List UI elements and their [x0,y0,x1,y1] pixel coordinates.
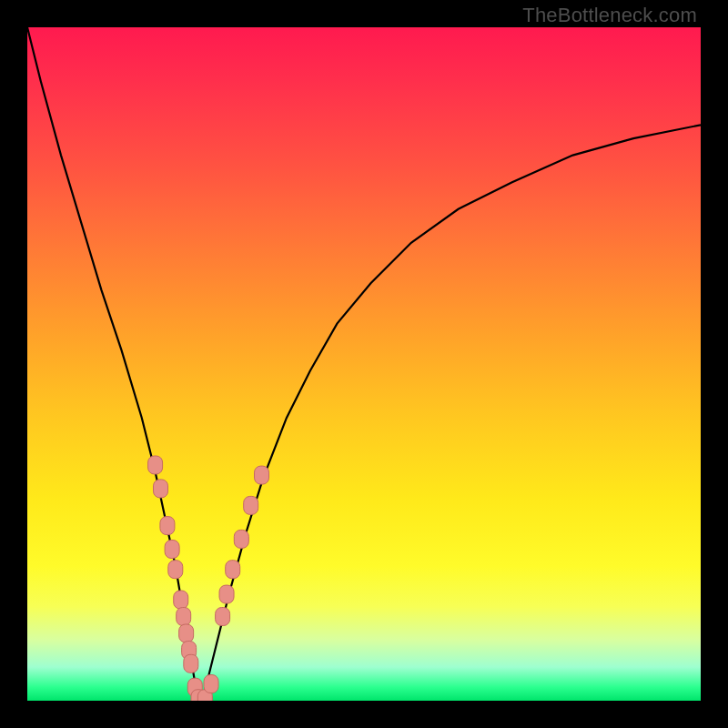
bottleneck-curve [27,27,701,701]
frame-border: TheBottleneck.com [0,0,728,728]
curve-marker [154,480,168,498]
watermark-text: TheBottleneck.com [522,4,697,27]
curve-marker [160,517,175,535]
curve-marker [148,456,163,474]
curve-marker [168,561,183,579]
bottleneck-chart [27,27,701,701]
curve-marker [204,675,218,693]
curve-marker [174,591,188,609]
curve-marker [219,585,234,603]
curve-marker [184,654,198,672]
curve-marker [226,561,240,579]
curve-marker [179,624,194,642]
plot-area [27,27,701,701]
curve-marker [234,530,248,548]
curve-marker [255,466,269,484]
curve-marker [216,608,230,626]
marker-group [148,456,269,701]
curve-marker [177,608,191,626]
curve-marker [165,541,179,559]
curve-marker [244,496,258,514]
